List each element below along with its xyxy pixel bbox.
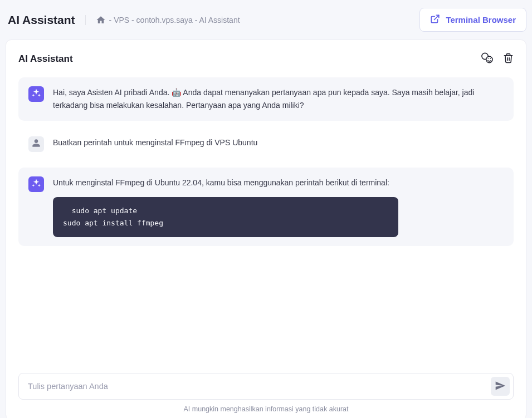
delete-button[interactable] (503, 53, 514, 65)
page-title: AI Assistant (8, 13, 75, 27)
ai-avatar (28, 176, 44, 192)
user-message: Buatkan perintah untuk menginstal FFmpeg… (18, 127, 514, 161)
send-button[interactable] (491, 377, 510, 396)
user-avatar (28, 136, 44, 152)
top-bar-left: AI Assistant - VPS - contoh.vps.saya - A… (8, 13, 240, 27)
svg-point-2 (486, 56, 492, 62)
chat-card: AI Assistant Hai, saya Asisten AI pribad… (6, 40, 526, 418)
card-header-icons (481, 52, 514, 65)
assistant-message: Hai, saya Asisten AI pribadi Anda. 🤖 And… (18, 77, 514, 121)
sparkle-icon (31, 88, 41, 100)
message-text: Hai, saya Asisten AI pribadi Anda. 🤖 And… (53, 86, 504, 112)
input-row (18, 373, 514, 400)
sparkle-icon (31, 178, 41, 190)
card-header: AI Assistant (18, 52, 514, 65)
footer-note: AI mungkin menghasilkan informasi yang t… (18, 405, 514, 413)
svg-point-4 (490, 58, 491, 60)
message-text: Untuk menginstal FFmpeg di Ubuntu 22.04,… (53, 178, 389, 187)
card-title: AI Assistant (18, 53, 73, 65)
code-block: sudo apt update sudo apt install ffmpeg (53, 197, 398, 237)
send-icon (495, 380, 506, 393)
ai-avatar (28, 86, 44, 102)
breadcrumb-text: - VPS - contoh.vps.saya - AI Assistant (109, 16, 240, 24)
external-link-icon (430, 14, 440, 26)
message-body: Untuk menginstal FFmpeg di Ubuntu 22.04,… (53, 176, 504, 237)
chat-input[interactable] (28, 382, 491, 391)
faces-icon (481, 52, 493, 65)
feedback-button[interactable] (481, 52, 493, 65)
person-icon (32, 139, 41, 150)
breadcrumb: - VPS - contoh.vps.saya - AI Assistant (85, 15, 240, 25)
chat-area: Hai, saya Asisten AI pribadi Anda. 🤖 And… (18, 77, 514, 367)
svg-point-3 (488, 58, 489, 60)
message-text: Buatkan perintah untuk menginstal FFmpeg… (53, 136, 504, 149)
svg-line-0 (435, 15, 439, 19)
trash-icon (503, 53, 514, 65)
terminal-browser-button[interactable]: Terminal Browser (419, 8, 526, 32)
home-icon[interactable] (96, 15, 106, 25)
assistant-message: Untuk menginstal FFmpeg di Ubuntu 22.04,… (18, 168, 514, 246)
top-bar: AI Assistant - VPS - contoh.vps.saya - A… (0, 0, 532, 40)
terminal-browser-label: Terminal Browser (446, 15, 516, 24)
